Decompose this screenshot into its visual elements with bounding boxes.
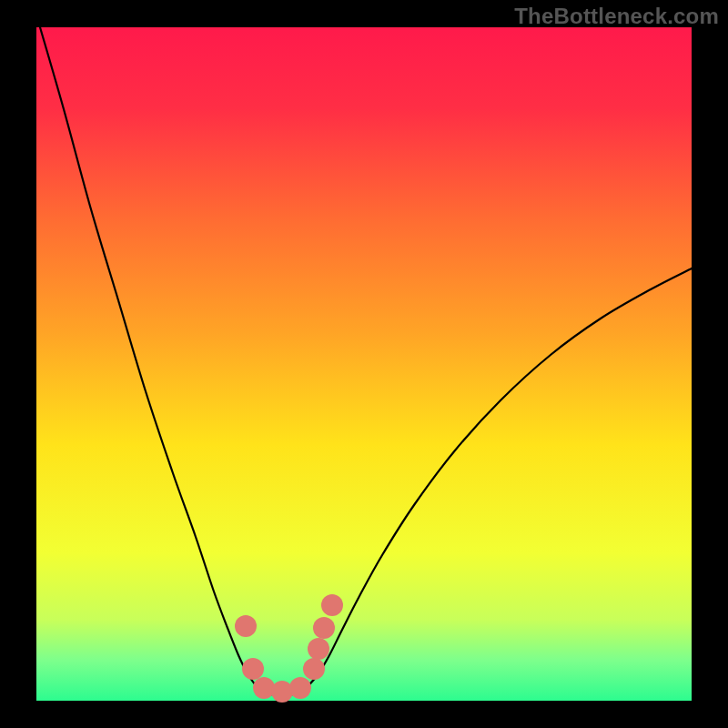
marker-dot <box>289 677 311 699</box>
plot-background <box>36 27 692 701</box>
marker-dot <box>242 658 264 680</box>
marker-dot <box>253 677 275 699</box>
marker-dot <box>303 658 325 680</box>
marker-dot <box>308 638 329 660</box>
chart-svg <box>0 0 728 728</box>
marker-dot <box>313 617 335 639</box>
chart-frame: TheBottleneck.com <box>0 0 728 728</box>
marker-dot <box>271 681 293 703</box>
marker-dot <box>321 594 343 616</box>
marker-dot <box>235 615 257 637</box>
